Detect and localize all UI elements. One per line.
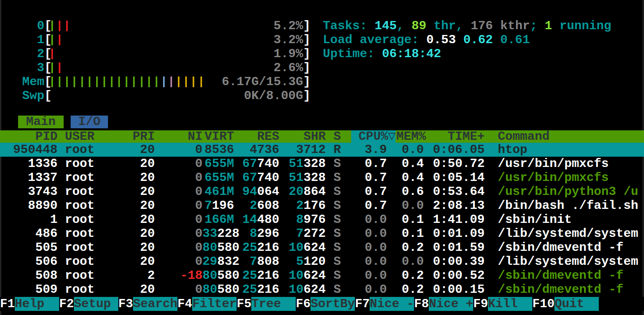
- text-segment: 20: [140, 213, 155, 227]
- cell-cpu-pct: 0.0: [341, 241, 387, 255]
- text-segment: 0.1: [402, 227, 424, 241]
- cell-ni: 0: [155, 185, 202, 199]
- fkey-f6-sortby[interactable]: F6SortBy: [296, 297, 355, 311]
- process-row[interactable]: 1336root200655M6774051328S0.70.40:50.72/…: [0, 157, 644, 171]
- text-segment: 20: [140, 157, 155, 171]
- process-row-grid: 505root200805802521610624S0.00.20:01.59/…: [0, 241, 644, 255]
- tab-io[interactable]: I/O: [71, 116, 108, 128]
- text-segment: 0.0: [365, 269, 387, 283]
- text-segment: ;: [530, 19, 545, 33]
- column-header-pri[interactable]: PRI: [94, 130, 155, 143]
- text-segment: 0:01.59: [433, 241, 485, 255]
- text-segment: 166M: [205, 213, 234, 227]
- cell-state: S: [326, 185, 341, 199]
- cpu-0-meter-bars: [0, 19, 310, 33]
- text-segment: 29: [202, 255, 217, 269]
- tab-main[interactable]: Main: [18, 116, 64, 128]
- text-segment: 509: [35, 283, 58, 296]
- text-segment: 20: [140, 143, 155, 157]
- cell-shr: 7272: [279, 227, 326, 241]
- fkey-f7-nice[interactable]: F7Nice -: [355, 297, 414, 311]
- cell-state: S: [326, 199, 341, 213]
- text-segment: 3712: [296, 143, 326, 157]
- cell-state: S: [326, 283, 341, 296]
- fkey-f2-setup[interactable]: F2Setup: [59, 297, 118, 311]
- text-segment: 0:00.15: [433, 283, 485, 296]
- process-row[interactable]: 486root2003322882967272S0.00.10:01.09/li…: [0, 227, 644, 241]
- swp-meter-value: 0K/8.00G: [244, 89, 303, 103]
- fkey-f8-nice[interactable]: F8Nice +: [414, 297, 473, 311]
- column-header-state[interactable]: S: [326, 130, 341, 143]
- text-segment: 33: [202, 227, 217, 241]
- text-segment: root: [65, 185, 94, 199]
- text-segment: root: [65, 171, 94, 185]
- cpu-1-meter: 1[3.2%]: [0, 33, 310, 47]
- text-segment: 0.2: [402, 269, 424, 283]
- text-segment: root: [65, 241, 94, 255]
- cell-shr: 10624: [279, 269, 326, 283]
- cell-virt: 29832: [202, 255, 234, 269]
- fkey-f4-filter[interactable]: F4Filter: [177, 297, 237, 311]
- text-segment: 0.0: [365, 213, 387, 227]
- column-header-res[interactable]: RES: [234, 130, 279, 143]
- text-segment: ,: [397, 19, 412, 33]
- text-segment: 2: [250, 199, 257, 213]
- cpu-2-meter: 2[1.9%]: [0, 47, 310, 61]
- meter-bar-green: [59, 76, 60, 87]
- cell-pid: 3743: [0, 185, 58, 199]
- process-row[interactable]: 1337root200655M6774051328S0.70.40:05.14/…: [0, 171, 644, 185]
- text-segment: 0.0: [402, 255, 424, 269]
- text-segment: S: [334, 241, 341, 255]
- text-segment: root: [65, 269, 94, 283]
- cell-virt: 7196: [202, 199, 234, 213]
- text-segment: S: [334, 157, 341, 171]
- text-segment: 1:41.09: [433, 213, 485, 227]
- process-row-grid: 506root2002983278085120S0.00.00:00.39/li…: [0, 255, 644, 269]
- meter-bar-yellow: [178, 76, 179, 87]
- fkey-f5-tree[interactable]: F5Tree: [237, 297, 296, 311]
- cell-time: 0:01.59: [424, 241, 485, 255]
- column-header-shr[interactable]: SHR: [279, 130, 326, 143]
- fkey-f1-help[interactable]: F1Help: [0, 297, 59, 311]
- cell-state: R: [326, 143, 341, 157]
- fkey-f3-search[interactable]: F3Search: [118, 297, 177, 311]
- column-header-label: S: [334, 130, 341, 144]
- fkey-label: F6: [296, 297, 310, 311]
- cell-res: 14480: [234, 213, 279, 227]
- cell-ni: 0: [155, 241, 202, 255]
- column-header-command[interactable]: Command: [485, 130, 644, 143]
- process-row[interactable]: 3743root200461M9406420864S0.70.60:53.64/…: [0, 185, 644, 199]
- column-header-virt[interactable]: VIRT: [202, 130, 234, 143]
- column-header-time[interactable]: TIME+: [424, 130, 485, 143]
- column-header-ni[interactable]: NI: [155, 130, 202, 143]
- column-header-label: PRI: [133, 130, 155, 144]
- meter-close-bracket: ]: [303, 75, 310, 89]
- process-row[interactable]: 508root2-18805802521610624S0.00.20:00.52…: [0, 269, 644, 283]
- process-row[interactable]: 1root200166M144808976S0.00.11:41.09/sbin…: [0, 213, 644, 227]
- fkey-f10-quit[interactable]: F10Quit: [532, 297, 599, 311]
- column-header-pid[interactable]: PID: [0, 130, 58, 143]
- column-header-cpu-pct[interactable]: CPU%▽: [341, 130, 387, 143]
- cell-time: 0:50.72: [424, 157, 485, 171]
- column-header-user[interactable]: USER: [58, 130, 94, 143]
- cell-mem-pct: 0.6: [387, 185, 424, 199]
- process-row-selected[interactable]: 950448root200853647363712R3.90.00:06.05h…: [0, 143, 644, 157]
- cell-cpu-pct: 0.0: [341, 283, 387, 296]
- htop-terminal: 0[5.2%]1[3.2%]2[1.9%]3[2.6%]Mem[6.17G/15…: [0, 0, 644, 315]
- fkey-f9-kill[interactable]: F9Kill: [473, 297, 532, 311]
- cell-virt: 33228: [202, 227, 234, 241]
- cpu-0-meter: 0[5.2%]: [0, 19, 310, 33]
- cell-cpu-pct: 0.7: [341, 185, 387, 199]
- process-row[interactable]: 509root200805802521610624S0.00.20:00.15/…: [0, 283, 644, 296]
- text-segment: 0: [195, 227, 202, 241]
- text-segment: 064: [257, 185, 279, 199]
- text-segment: 0:00.39: [433, 255, 485, 269]
- meter-bar-red: [59, 35, 60, 45]
- process-row[interactable]: 506root2002983278085120S0.00.00:00.39/li…: [0, 255, 644, 269]
- cell-shr: 51328: [279, 157, 326, 171]
- cell-mem-pct: 0.4: [387, 157, 424, 171]
- process-row[interactable]: 8890root200719626082176S0.70.02:08.13/bi…: [0, 199, 644, 213]
- column-header-mem-pct[interactable]: MEM%: [387, 130, 424, 143]
- process-row[interactable]: 505root200805802521610624S0.00.20:01.59/…: [0, 241, 644, 255]
- cell-command: /usr/bin/python3 /u: [485, 185, 644, 199]
